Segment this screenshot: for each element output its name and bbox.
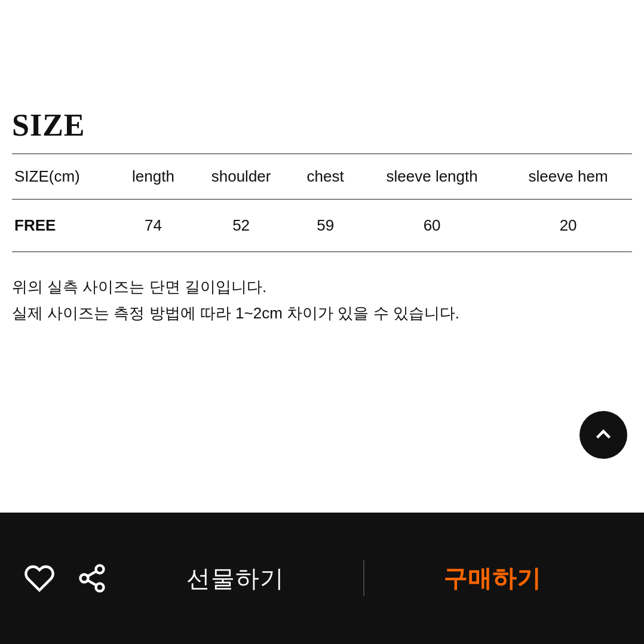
cell-sleeve-hem: 20 bbox=[504, 200, 632, 252]
chevron-up-icon bbox=[593, 424, 614, 446]
cell-shoulder: 52 bbox=[191, 200, 291, 252]
col-header-length: length bbox=[115, 154, 191, 200]
share-icon[interactable] bbox=[76, 563, 108, 594]
cell-size: FREE bbox=[12, 200, 115, 252]
heart-icon[interactable] bbox=[24, 563, 55, 594]
col-header-size: SIZE(cm) bbox=[12, 154, 115, 200]
size-table: SIZE(cm) length shoulder chest sleeve le… bbox=[12, 154, 632, 252]
cell-chest: 59 bbox=[291, 200, 360, 252]
bottom-icons bbox=[24, 563, 108, 594]
svg-line-3 bbox=[88, 580, 97, 585]
col-header-chest: chest bbox=[291, 154, 360, 200]
cell-sleeve-length: 60 bbox=[360, 200, 504, 252]
main-content: SIZE SIZE(cm) length shoulder chest slee… bbox=[0, 0, 644, 326]
size-note: 위의 실측 사이즈는 단면 길이입니다. 실제 사이즈는 측정 방법에 따라 1… bbox=[12, 274, 632, 326]
cell-length: 74 bbox=[115, 200, 191, 252]
table-row: FREE 74 52 59 60 20 bbox=[12, 200, 632, 252]
scroll-top-button[interactable] bbox=[579, 411, 627, 459]
svg-point-0 bbox=[96, 565, 104, 573]
col-header-sleeve-hem: sleeve hem bbox=[504, 154, 632, 200]
bottom-bar: 선물하기 구매하기 bbox=[0, 513, 644, 644]
note-line2: 실제 사이즈는 측정 방법에 따라 1~2cm 차이가 있을 수 있습니다. bbox=[12, 300, 632, 326]
buy-button[interactable]: 구매하기 bbox=[364, 550, 620, 607]
size-title: SIZE bbox=[12, 108, 632, 143]
table-header-row: SIZE(cm) length shoulder chest sleeve le… bbox=[12, 154, 632, 200]
bottom-buttons: 선물하기 구매하기 bbox=[108, 550, 620, 607]
note-line1: 위의 실측 사이즈는 단면 길이입니다. bbox=[12, 274, 632, 300]
svg-point-2 bbox=[96, 584, 104, 591]
col-header-shoulder: shoulder bbox=[191, 154, 291, 200]
col-header-sleeve-length: sleeve length bbox=[360, 154, 504, 200]
svg-point-1 bbox=[81, 575, 88, 582]
gift-button[interactable]: 선물하기 bbox=[108, 550, 363, 607]
svg-line-4 bbox=[88, 571, 97, 576]
